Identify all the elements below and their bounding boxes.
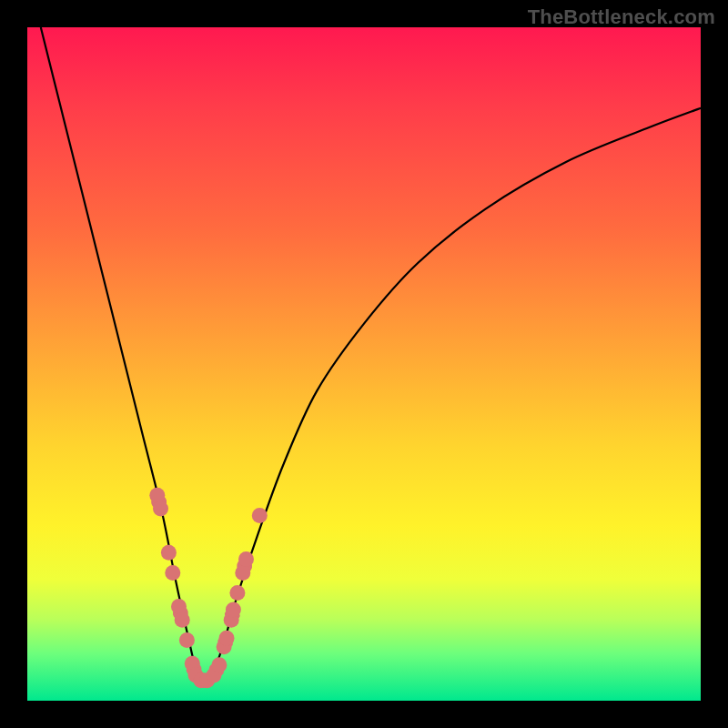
marker-dot bbox=[153, 501, 168, 517]
marker-dot bbox=[235, 565, 250, 581]
bottleneck-curve bbox=[41, 27, 701, 685]
marker-dot bbox=[161, 545, 177, 561]
marker-dot bbox=[211, 657, 227, 672]
watermark-text: TheBottleneck.com bbox=[528, 5, 715, 29]
marker-dot bbox=[149, 488, 165, 503]
marker-dot bbox=[219, 631, 235, 646]
marker-dot bbox=[171, 599, 187, 614]
chart-frame: TheBottleneck.com bbox=[0, 0, 728, 728]
plot-area bbox=[27, 27, 701, 701]
marker-dot bbox=[165, 565, 180, 581]
marker-dot bbox=[238, 551, 254, 567]
marker-dot bbox=[179, 632, 195, 648]
marker-dot bbox=[252, 508, 268, 523]
marker-dot bbox=[229, 585, 245, 601]
marker-dot bbox=[226, 602, 241, 618]
marker-dot bbox=[175, 612, 190, 628]
chart-svg bbox=[27, 27, 701, 701]
marker-group bbox=[149, 488, 267, 689]
